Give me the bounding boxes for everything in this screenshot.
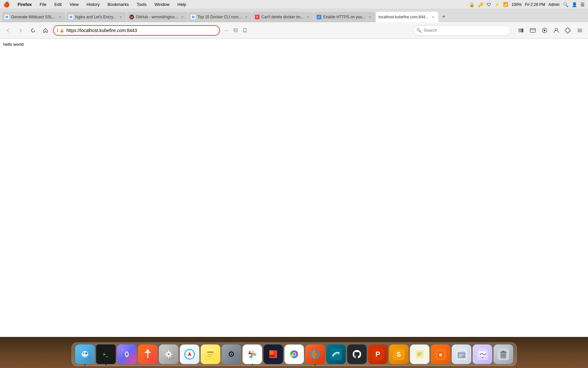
finder-running-dot xyxy=(84,364,86,365)
tab-7-label: localhost.kubefire.com:844... xyxy=(378,15,428,19)
library-button[interactable] xyxy=(516,26,526,35)
svg-rect-45 xyxy=(252,354,256,356)
tab-3-close[interactable]: × xyxy=(180,14,185,20)
tab-4[interactable]: M Top 10 Docker CLI com... × xyxy=(188,12,251,22)
extensions-button[interactable] xyxy=(563,26,573,35)
tab-5[interactable]: P Can't delete docker im... × xyxy=(252,12,313,22)
dock-item-orange[interactable] xyxy=(431,344,450,364)
tab-bar: M Generate Wildcard SSL... × M Nginx and… xyxy=(0,9,588,22)
svg-point-22 xyxy=(168,353,170,355)
dock-item-whiteboard[interactable] xyxy=(473,344,492,364)
menu-edit[interactable]: Edit xyxy=(53,1,63,8)
menu-tools[interactable]: Tools xyxy=(135,1,148,8)
svg-rect-0 xyxy=(519,28,519,32)
dock-item-slack[interactable] xyxy=(243,344,262,364)
url-actions: ··· xyxy=(223,26,249,34)
tab-7[interactable]: localhost.kubefire.com:844... × xyxy=(376,12,438,22)
container-button[interactable] xyxy=(540,26,549,35)
dock-item-prefs2[interactable]: ⚙ xyxy=(222,344,241,364)
bookmark-button[interactable] xyxy=(241,26,249,34)
tab-6-close[interactable]: × xyxy=(367,14,373,20)
menu-help[interactable]: Help xyxy=(176,1,188,8)
battery-indicator: 100% xyxy=(512,2,522,7)
tab-2-label: Nginx and Let's Encry... xyxy=(75,15,116,19)
svg-rect-49 xyxy=(270,356,275,357)
tab-6-label: Enable HTTPS on you... xyxy=(323,15,365,19)
dock-item-systemprefs[interactable] xyxy=(159,344,178,364)
menu-button[interactable] xyxy=(575,26,585,35)
dock-item-s-app[interactable]: S xyxy=(389,344,409,364)
account-button[interactable] xyxy=(551,26,561,35)
dock-item-launchpad[interactable] xyxy=(138,344,158,364)
page-content: hello world xyxy=(0,39,588,337)
new-tab-button[interactable]: + xyxy=(439,12,449,22)
search-menubar-icon[interactable]: 🔍 xyxy=(563,2,568,7)
tab-5-close[interactable]: × xyxy=(306,14,311,20)
apple-menu[interactable]: 🍎 xyxy=(3,1,10,8)
url-input[interactable] xyxy=(66,28,216,33)
dock-item-finder[interactable] xyxy=(75,344,95,364)
tab-3[interactable]: 🐙 GitHub - wmnnd/nginx... × xyxy=(127,12,188,22)
more-actions-button[interactable]: ··· xyxy=(223,26,230,34)
dock-item-terminal[interactable]: >_ xyxy=(96,344,116,364)
tab-6[interactable]: G Enable HTTPS on you... × xyxy=(314,12,375,22)
dock-item-mysql[interactable] xyxy=(326,344,346,364)
tab-1-close[interactable]: × xyxy=(58,14,63,20)
svg-rect-42 xyxy=(251,358,252,359)
back-button[interactable] xyxy=(3,26,13,35)
tab-2[interactable]: M Nginx and Let's Encry... × xyxy=(66,12,126,22)
search-input[interactable] xyxy=(424,28,507,33)
svg-point-19 xyxy=(146,350,149,352)
dock-item-notes[interactable] xyxy=(201,344,220,364)
control-center-icon[interactable]: ☰ xyxy=(580,2,585,7)
dock-item-jetbrains[interactable] xyxy=(263,344,283,364)
tab-4-close[interactable]: × xyxy=(244,14,249,20)
svg-rect-65 xyxy=(417,353,422,353)
1password-icon: 🔑 xyxy=(478,2,483,7)
pocket-button[interactable] xyxy=(232,26,240,34)
tab-2-close[interactable]: × xyxy=(118,14,124,20)
dock-item-chrome[interactable] xyxy=(284,344,304,364)
reload-button[interactable] xyxy=(28,26,38,35)
menu-window[interactable]: Window xyxy=(153,1,171,8)
dock-item-safari[interactable] xyxy=(180,344,199,364)
svg-rect-44 xyxy=(252,350,254,351)
svg-rect-73 xyxy=(459,354,464,355)
dock-item-stickies[interactable] xyxy=(410,344,429,364)
menu-view[interactable]: View xyxy=(68,1,80,8)
lock-icon: 🔒 xyxy=(59,28,64,33)
dock-item-siri[interactable] xyxy=(117,344,137,364)
menu-firefox[interactable]: Firefox xyxy=(16,1,33,8)
menu-file[interactable]: File xyxy=(38,1,48,8)
search-icon: 🔍 xyxy=(416,28,422,33)
security-info: ℹ 🔒 xyxy=(57,28,64,33)
tab-1-label: Generate Wildcard SSL... xyxy=(11,15,56,19)
dock-area: >_ xyxy=(0,337,588,368)
dock-item-firefox[interactable] xyxy=(305,344,325,364)
svg-point-13 xyxy=(83,352,85,354)
synced-tabs-button[interactable] xyxy=(528,26,538,35)
svg-point-70 xyxy=(439,353,442,357)
menu-bookmarks[interactable]: Bookmarks xyxy=(106,1,130,8)
dock-item-trash[interactable] xyxy=(494,344,513,364)
tab-5-icon: P xyxy=(255,15,260,19)
tab-1[interactable]: M Generate Wildcard SSL... × xyxy=(2,12,65,22)
tab-7-close[interactable]: × xyxy=(430,14,436,20)
dock-item-github[interactable] xyxy=(347,344,367,364)
dock: >_ xyxy=(72,342,517,366)
dock-item-files[interactable] xyxy=(452,344,471,364)
user-avatar: 👤 xyxy=(572,2,577,7)
svg-rect-36 xyxy=(248,353,249,354)
firefox-running-dot xyxy=(314,364,316,365)
home-button[interactable] xyxy=(41,26,50,35)
tab-4-label: Top 10 Docker CLI com... xyxy=(197,15,242,19)
svg-point-56 xyxy=(313,353,317,356)
url-bar[interactable]: ℹ 🔒 xyxy=(53,25,220,36)
menu-history[interactable]: History xyxy=(85,1,101,8)
svg-rect-3 xyxy=(530,28,535,32)
dock-item-powerpoint[interactable]: P xyxy=(368,344,388,364)
tab-3-label: GitHub - wmnnd/nginx... xyxy=(136,15,178,19)
search-bar[interactable]: 🔍 xyxy=(413,25,511,36)
toolbar: ℹ 🔒 ··· 🔍 xyxy=(0,22,588,39)
forward-button[interactable] xyxy=(16,26,25,35)
